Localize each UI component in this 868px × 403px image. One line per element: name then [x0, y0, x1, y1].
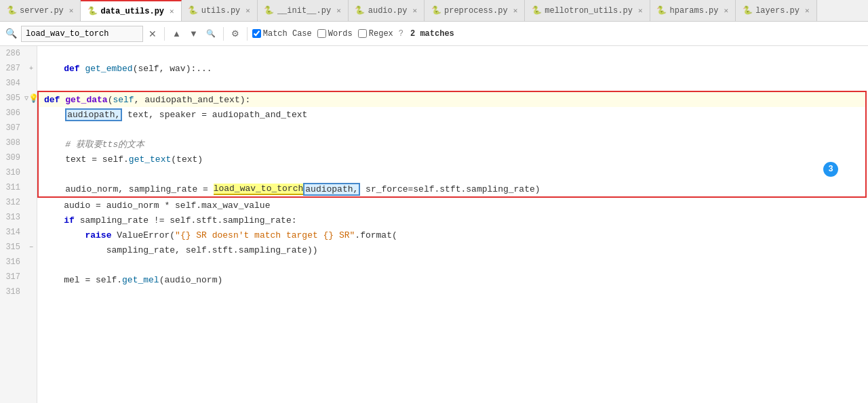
- code-line-316: [37, 257, 868, 272]
- line-num-308: 308: [0, 138, 26, 148]
- python-icon: 🐍: [743, 6, 752, 16]
- tab-label: preprocess.py: [444, 6, 508, 16]
- divider: [164, 27, 165, 41]
- words-option[interactable]: Words: [317, 29, 353, 39]
- next-match-button[interactable]: ▼: [186, 27, 201, 40]
- fn-get-embed: get_embed: [85, 64, 132, 74]
- search-help[interactable]: ?: [399, 29, 403, 39]
- tab-close[interactable]: ✕: [170, 7, 174, 16]
- match-case-option[interactable]: Match Case: [252, 29, 312, 39]
- tab-hparams[interactable]: 🐍 hparams.py ✕: [650, 0, 736, 22]
- code-args: (text): [171, 154, 203, 165]
- line-num-306: 306: [0, 108, 26, 118]
- python-icon: 🐍: [87, 7, 97, 16]
- line-num-305: 305: [0, 93, 26, 103]
- line-num-287: 287: [0, 64, 26, 73]
- code-content[interactable]: def get_embed(self, wav):... def get_dat…: [37, 46, 868, 403]
- fn-get-mel: get_mel: [122, 275, 159, 285]
- code-line-306: audiopath, text, speaker = audiopath_and…: [39, 107, 865, 122]
- fold-icon-287[interactable]: +: [29, 65, 33, 72]
- code-line-310: [39, 167, 865, 182]
- code-line-311: audio_norm, sampling_rate = load_wav_to_…: [39, 182, 865, 196]
- gutter-row-316: 316: [0, 255, 37, 270]
- tab-close[interactable]: ✕: [513, 6, 518, 15]
- tab-audio[interactable]: 🐍 audio.py ✕: [349, 0, 425, 22]
- tab-layers[interactable]: 🐍 layers.py ✕: [736, 0, 816, 22]
- line-num-309: 309: [0, 153, 26, 163]
- gutter-icons-305: ▽ 💡: [26, 93, 37, 104]
- tab-label: __init__.py: [277, 6, 331, 16]
- str-314: ": [175, 230, 180, 240]
- python-icon: 🐍: [264, 6, 274, 16]
- code-314a: ValueError(: [111, 230, 175, 240]
- gutter-row-311: 311: [0, 180, 37, 195]
- tab-data-utils[interactable]: 🐍 data_utils.py ✕: [81, 0, 181, 22]
- audiopath-highlight: audiopath,: [65, 108, 122, 121]
- code-line-305: def get_data(self, audiopath_and_text):: [39, 92, 865, 107]
- tab-mellotron-utils[interactable]: 🐍 mellotron_utils.py ✕: [525, 0, 650, 22]
- var-mel: mel = self.: [64, 275, 122, 285]
- filter-button[interactable]: ⚙: [229, 27, 242, 40]
- gutter-row-308: 308: [0, 135, 37, 150]
- code-line-314: raise ValueError("{} SR doesn't match ta…: [37, 228, 868, 242]
- fold-icon-315[interactable]: −: [29, 244, 33, 251]
- line-num-316: 316: [0, 257, 26, 267]
- tab-label: layers.py: [755, 6, 800, 16]
- code-line-313: if sampling_rate != self.stft.sampling_r…: [37, 213, 868, 228]
- tab-close[interactable]: ✕: [638, 6, 643, 15]
- gutter-row-306: 306: [0, 106, 37, 121]
- kw-if: if: [64, 215, 75, 226]
- keyword-def: def: [43, 64, 85, 74]
- regex-checkbox[interactable]: [358, 29, 367, 38]
- tab-close[interactable]: ✕: [412, 6, 417, 15]
- tab-server[interactable]: 🐍 server.py ✕: [0, 0, 81, 22]
- indent: [43, 200, 64, 211]
- red-border-container: def get_embed(self, wav):... def get_dat…: [37, 46, 868, 302]
- indent: [43, 275, 64, 285]
- tab-close[interactable]: ✕: [805, 6, 810, 15]
- tab-preprocess[interactable]: 🐍 preprocess.py ✕: [425, 0, 525, 22]
- gutter-row-314: 314: [0, 225, 37, 240]
- var-audio-norm: audio_norm, sampling_rate =: [65, 184, 213, 194]
- code-area: 286 287 + 304 305 ▽ 💡 306: [0, 46, 868, 403]
- search-bar: 🔍 ✕ ▲ ▼ 🔍 ⚙ Match Case Words Regex ? 2 m…: [0, 22, 868, 46]
- clear-search-button[interactable]: ✕: [146, 27, 159, 41]
- tab-init[interactable]: 🐍 __init__.py ✕: [258, 0, 349, 22]
- tab-close[interactable]: ✕: [724, 6, 729, 15]
- indent: [44, 184, 65, 194]
- gutter-row-287: 287 +: [0, 61, 37, 76]
- match-case-checkbox[interactable]: [252, 29, 261, 38]
- tab-utils[interactable]: 🐍 utils.py ✕: [182, 0, 258, 22]
- code-line-309: text = self.get_text(text) 3: [39, 152, 865, 167]
- words-checkbox[interactable]: [317, 29, 326, 38]
- prev-match-button[interactable]: ▲: [170, 27, 184, 40]
- match-case-label: Match Case: [263, 29, 312, 39]
- code-line-286: [37, 46, 868, 61]
- tab-label: hparams.py: [670, 6, 719, 16]
- kw-raise: raise: [85, 230, 111, 240]
- match-count: 2 matches: [410, 29, 454, 39]
- gutter-row-307: 307: [0, 121, 37, 135]
- tab-close[interactable]: ✕: [69, 6, 74, 15]
- python-icon: 🐍: [7, 6, 16, 16]
- comment-308: # 获取要tts的文本: [44, 138, 144, 150]
- gutter-row-313: 313: [0, 210, 37, 225]
- self-param: self: [113, 95, 134, 105]
- code-line-308: # 获取要tts的文本: [39, 137, 865, 152]
- tab-label: mellotron_utils.py: [545, 6, 633, 16]
- line-num-304: 304: [0, 79, 26, 88]
- tab-label: utils.py: [201, 6, 241, 16]
- search-details-button[interactable]: 🔍: [203, 28, 218, 39]
- line-num-317: 317: [0, 272, 26, 282]
- tab-close[interactable]: ✕: [245, 6, 250, 15]
- regex-option[interactable]: Regex: [358, 29, 393, 39]
- tab-close[interactable]: ✕: [336, 6, 341, 15]
- tab-label: data_utils.py: [100, 7, 164, 16]
- search-input[interactable]: [21, 26, 143, 42]
- line-num-313: 313: [0, 213, 26, 222]
- indent: [43, 245, 106, 255]
- line-num-307: 307: [0, 123, 26, 133]
- code-line-312: audio = audio_norm * self.max_wav_value: [37, 198, 868, 213]
- divider3: [247, 27, 248, 41]
- code-line-304: [37, 76, 868, 91]
